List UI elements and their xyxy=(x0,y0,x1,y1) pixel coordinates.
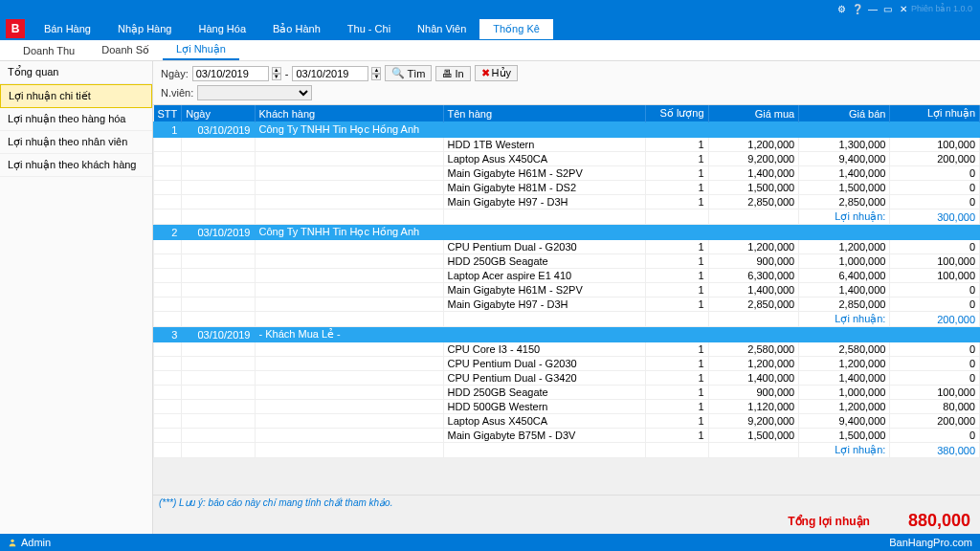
svg-point-0 xyxy=(11,540,13,542)
table-row: HDD 250GB Seagate1900,0001,000,000100,00… xyxy=(154,254,980,269)
total-value: 880,000 xyxy=(908,511,970,531)
app-logo: B xyxy=(6,19,25,38)
close-icon[interactable]: ✕ xyxy=(896,4,911,14)
table-row: Laptop Acer aspire E1 41016,300,0006,400… xyxy=(154,269,980,283)
minimize-icon[interactable]: — xyxy=(865,4,880,14)
table-row: CPU Pentium Dual - G203011,200,0001,200,… xyxy=(154,357,980,371)
table-row: HDD 1TB Western11,200,0001,300,000100,00… xyxy=(154,138,980,152)
sidebar-item-3[interactable]: Lợi nhuận theo nhân viên xyxy=(0,131,152,154)
date-to-input[interactable] xyxy=(292,66,368,81)
find-button[interactable]: 🔍Tìm xyxy=(385,65,432,81)
emp-label: N.viên: xyxy=(161,87,193,99)
version-label: Phiên bản 1.0.0 xyxy=(911,4,972,13)
table-row: CPU Core I3 - 415012,580,0002,580,0000 xyxy=(154,342,980,357)
report-table: STT Ngày Khách hàng Tên hàng Số lượng Gi… xyxy=(153,105,980,458)
table-row: HDD 500GB Western11,120,0001,200,00080,0… xyxy=(154,400,980,414)
table-row: CPU Pentium Dual - G342011,400,0001,400,… xyxy=(154,371,980,386)
total-label: Tổng lợi nhuận xyxy=(788,515,870,528)
sub-tab-0[interactable]: Doanh Thu xyxy=(10,42,88,59)
table-row: Main Gigabyte H61M - S2PV11,400,0001,400… xyxy=(154,283,980,298)
filter-bar: Ngày: ▲▼ - ▲▼ 🔍Tìm 🖶In ✖Hủy N.viên: xyxy=(153,61,980,105)
table-row: CPU Pentium Dual - G203011,200,0001,200,… xyxy=(154,240,980,254)
status-user: Admin xyxy=(8,537,51,548)
table-row: Laptop Asus X450CA19,200,0009,400,000200… xyxy=(154,152,980,166)
sub-tabs: Doanh ThuDoanh SốLợi Nhuận xyxy=(0,40,980,61)
sidebar-item-2[interactable]: Lợi nhuận theo hàng hóa xyxy=(0,108,152,131)
sub-tab-1[interactable]: Doanh Số xyxy=(88,41,163,59)
print-button[interactable]: 🖶In xyxy=(435,66,470,81)
table-row: Main Gigabyte B75M - D3V11,500,0001,500,… xyxy=(154,429,980,443)
main-tab-5[interactable]: Nhân Viên xyxy=(404,19,479,38)
main-tab-2[interactable]: Hàng Hóa xyxy=(185,19,259,38)
main-tab-3[interactable]: Bảo Hành xyxy=(259,19,334,39)
main-tab-6[interactable]: Thống Kê xyxy=(479,19,553,39)
emp-select[interactable] xyxy=(197,85,312,100)
maximize-icon[interactable]: ▭ xyxy=(880,4,896,14)
table-row: Main Gigabyte H97 - D3H12,850,0002,850,0… xyxy=(154,195,980,209)
main-tab-0[interactable]: Bán Hàng xyxy=(31,19,104,38)
sidebar: Tổng quanLợi nhuận chi tiếtLợi nhuận the… xyxy=(0,61,153,534)
settings-icon[interactable]: ⚙ xyxy=(835,4,850,14)
main-tab-4[interactable]: Thu - Chi xyxy=(334,19,404,38)
cancel-button[interactable]: ✖Hủy xyxy=(475,65,518,81)
date-from-input[interactable] xyxy=(192,66,269,81)
report-note: (***) Lưu ý: báo cáo này chỉ mang tính c… xyxy=(159,497,392,508)
main-tab-1[interactable]: Nhập Hàng xyxy=(104,19,186,39)
title-bar: ⚙ ❔ — ▭ ✕ Phiên bản 1.0.0 xyxy=(0,0,980,17)
table-row: Main Gigabyte H61M - S2PV11,400,0001,400… xyxy=(154,166,980,181)
table-row: HDD 250GB Seagate1900,0001,000,000100,00… xyxy=(154,386,980,400)
status-bar: Admin BanHangPro.com xyxy=(0,534,980,551)
date-label: Ngày: xyxy=(161,68,189,79)
table-row: Main Gigabyte H97 - D3H12,850,0002,850,0… xyxy=(154,298,980,312)
main-tabs: B Bán HàngNhập HàngHàng HóaBảo HànhThu -… xyxy=(0,17,980,40)
sidebar-item-4[interactable]: Lợi nhuận theo khách hàng xyxy=(0,154,152,177)
status-site: BanHangPro.com xyxy=(889,537,972,548)
sub-tab-2[interactable]: Lợi Nhuận xyxy=(163,40,239,60)
table-row: Laptop Asus X450CA19,200,0009,400,000200… xyxy=(154,414,980,429)
help-icon[interactable]: ❔ xyxy=(850,4,865,14)
sidebar-item-0[interactable]: Tổng quan xyxy=(0,61,152,84)
sidebar-item-1[interactable]: Lợi nhuận chi tiết xyxy=(0,84,152,108)
table-row: Main Gigabyte H81M - DS211,500,0001,500,… xyxy=(154,181,980,195)
